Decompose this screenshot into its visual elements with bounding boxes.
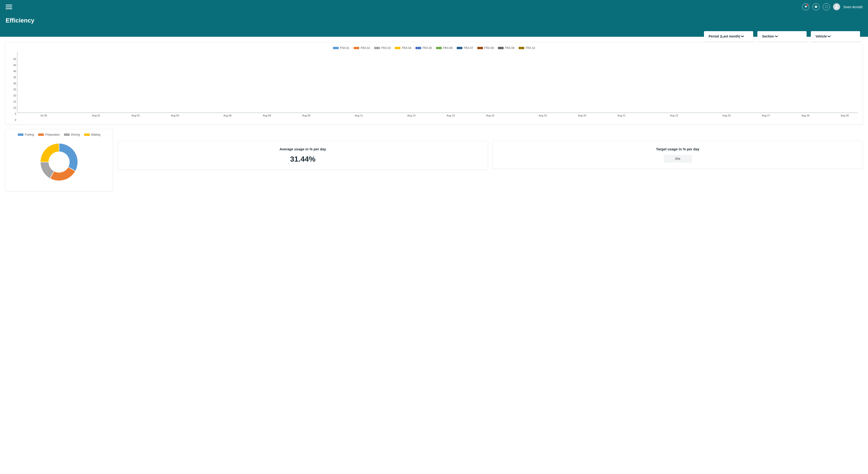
x-tick: Aug 25: [700, 113, 753, 117]
legend-label: FRA 09: [505, 46, 515, 49]
kpi-average: Average usage in % per day 31.44%: [118, 141, 488, 170]
donut-card: FuelingPreparationDrivingWaiting: [5, 129, 113, 191]
legend-swatch: [415, 47, 421, 49]
x-tick: Aug 03: [122, 113, 149, 117]
y-tick: 5: [10, 112, 16, 115]
bar-chart: 05101520253035404550 Jul 30Aug 01Aug 03A…: [10, 52, 858, 120]
legend-item[interactable]: Preparation: [38, 133, 60, 136]
legend-swatch: [333, 47, 339, 49]
kpi-average-title: Average usage in % per day: [123, 147, 483, 151]
y-tick: 40: [10, 70, 16, 73]
x-tick: Aug 04: [149, 113, 201, 117]
filter-period[interactable]: Period (Last month) ❯: [704, 31, 753, 41]
donut-chart: [10, 139, 108, 185]
kpi-average-value: 31.44%: [123, 155, 483, 164]
legend-label: Waiting: [91, 133, 100, 136]
x-tick: Aug 13: [385, 113, 437, 117]
x-tick: Aug 11: [333, 113, 385, 117]
legend-swatch: [436, 47, 442, 49]
chevron-down-icon: ❯: [775, 35, 778, 37]
x-tick: Aug 27: [753, 113, 779, 117]
x-tick: Aug 28: [779, 113, 832, 117]
legend-label: FRA 10: [526, 46, 535, 49]
chevron-down-icon: ❯: [828, 35, 831, 37]
legend-label: Driving: [71, 133, 80, 136]
donut-legend: FuelingPreparationDrivingWaiting: [10, 133, 108, 136]
legend-label: FRA 08: [485, 46, 494, 49]
y-tick: 0: [10, 118, 16, 121]
user-name-label: Sven Arnold: [843, 5, 862, 9]
x-tick: Aug 06: [201, 113, 254, 117]
legend-item[interactable]: FRA 08: [477, 46, 494, 49]
kpi-row: Average usage in % per day 31.44% Target…: [118, 141, 863, 191]
x-tick: Aug 21: [595, 113, 648, 117]
y-tick: 35: [10, 76, 16, 79]
x-tick: Aug 09: [280, 113, 333, 117]
hamburger-menu-icon[interactable]: [6, 3, 12, 10]
legend-swatch: [374, 47, 380, 49]
legend-label: FRA 01: [340, 46, 349, 49]
bar-chart-y-axis: 05101520253035404550: [10, 52, 17, 120]
x-tick: Jul 30: [17, 113, 70, 117]
y-tick: 45: [10, 64, 16, 67]
header-top: Sven Arnold: [6, 3, 862, 10]
legend-item[interactable]: FRA 07: [457, 46, 473, 49]
chevron-down-icon: ❯: [741, 35, 744, 37]
kpi-target-input[interactable]: [664, 155, 692, 163]
legend-item[interactable]: FRA 02: [353, 46, 370, 49]
legend-item[interactable]: Fueling: [18, 133, 34, 136]
legend-label: FRA 06: [443, 46, 453, 49]
robot-icon[interactable]: [812, 3, 819, 10]
fullscreen-icon[interactable]: [823, 3, 830, 10]
legend-swatch: [498, 47, 504, 49]
legend-item[interactable]: Driving: [64, 133, 80, 136]
header: Sven Arnold Efficiency Period (Last mont…: [0, 0, 868, 37]
donut-slice: [40, 143, 59, 162]
legend-label: FRA 07: [464, 46, 473, 49]
filter-bar: Period (Last month) ❯ Section ❯ Vehicle …: [704, 31, 860, 41]
legend-swatch: [38, 134, 44, 136]
filter-section[interactable]: Section ❯: [757, 31, 807, 41]
legend-label: FRA 04: [402, 46, 411, 49]
filter-period-label: Period: [709, 34, 719, 38]
x-tick: Aug 23: [648, 113, 700, 117]
y-tick: 15: [10, 100, 16, 103]
legend-label: FRA 03: [381, 46, 391, 49]
cart-icon[interactable]: [802, 3, 809, 10]
legend-label: Fueling: [25, 133, 34, 136]
y-tick: 50: [10, 58, 16, 60]
legend-item[interactable]: FRA 03: [374, 46, 391, 49]
legend-swatch: [84, 134, 90, 136]
bar-chart-legend: FRA 01FRA 02FRA 03FRA 04FRA 05FRA 06FRA …: [10, 46, 858, 49]
filter-vehicle[interactable]: Vehicle ❯: [811, 31, 860, 41]
legend-swatch: [18, 134, 24, 136]
legend-swatch: [519, 47, 524, 49]
x-tick: Aug 15: [438, 113, 464, 117]
legend-label: Preparation: [45, 133, 60, 136]
kpi-target-title: Target usage in % per day: [497, 147, 858, 151]
bar-chart-x-axis: Jul 30Aug 01Aug 03Aug 04Aug 06Aug 08Aug …: [17, 113, 858, 117]
bar-chart-plot: Jul 30Aug 01Aug 03Aug 04Aug 06Aug 08Aug …: [17, 52, 858, 113]
legend-swatch: [477, 47, 483, 49]
legend-item[interactable]: FRA 05: [415, 46, 432, 49]
x-tick: Aug 08: [254, 113, 280, 117]
legend-item[interactable]: FRA 01: [333, 46, 349, 49]
legend-item[interactable]: FRA 06: [436, 46, 453, 49]
legend-item[interactable]: Waiting: [84, 133, 100, 136]
legend-label: FRA 05: [423, 46, 432, 49]
legend-label: FRA 02: [361, 46, 370, 49]
legend-item[interactable]: FRA 10: [519, 46, 535, 49]
y-tick: 20: [10, 94, 16, 97]
x-tick: Aug 30: [832, 113, 858, 117]
bottom-row: FuelingPreparationDrivingWaiting Average…: [5, 129, 863, 191]
legend-item[interactable]: FRA 09: [498, 46, 515, 49]
avatar[interactable]: [833, 3, 840, 10]
x-tick: Aug 01: [70, 113, 122, 117]
filter-section-label: Section: [762, 34, 774, 38]
y-tick: 25: [10, 88, 16, 91]
legend-item[interactable]: FRA 04: [395, 46, 411, 49]
donut-slice: [50, 167, 75, 181]
header-right: Sven Arnold: [802, 3, 862, 10]
legend-swatch: [457, 47, 462, 49]
x-tick: Aug 18: [517, 113, 569, 117]
